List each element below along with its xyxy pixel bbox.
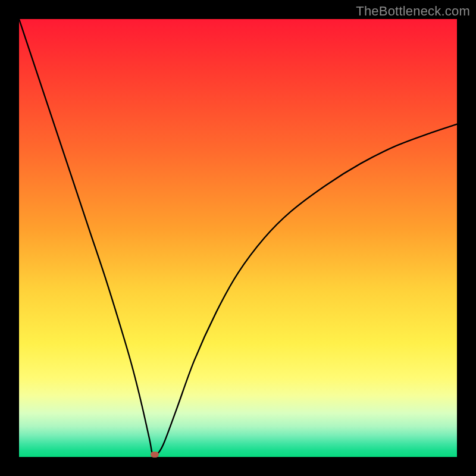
curve-min-marker [151, 452, 159, 458]
bottleneck-curve [19, 19, 457, 457]
watermark-text: TheBottleneck.com [356, 4, 470, 19]
chart-frame: TheBottleneck.com [0, 0, 476, 476]
plot-area [19, 19, 457, 457]
